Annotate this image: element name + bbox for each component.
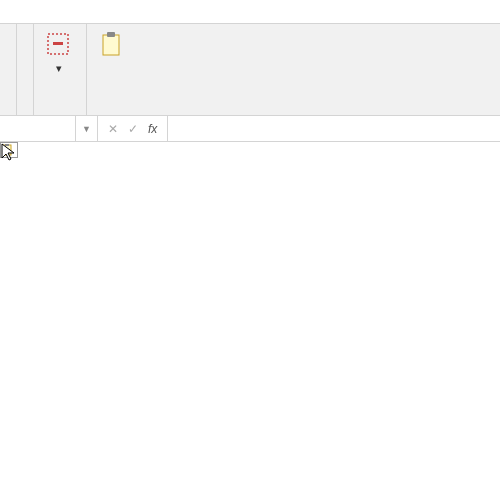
clipboard-icon bbox=[97, 30, 125, 58]
chevron-down-icon: ▾ bbox=[54, 62, 62, 75]
numeric-icon bbox=[44, 30, 72, 58]
ribbon-group-numeric: ▾ bbox=[34, 24, 87, 115]
group-title bbox=[40, 111, 80, 113]
menubar bbox=[0, 0, 500, 24]
formula-bar: ▼ ✕ ✓ fx bbox=[0, 116, 500, 142]
svg-rect-5 bbox=[5, 144, 9, 146]
group-title bbox=[6, 111, 10, 113]
confirm-icon[interactable]: ✓ bbox=[128, 122, 138, 136]
ribbon-group-text bbox=[0, 24, 17, 115]
numeric-button[interactable]: ▾ bbox=[40, 28, 76, 111]
svg-rect-2 bbox=[103, 35, 119, 55]
ribbon-group-advtext bbox=[17, 24, 34, 115]
ribbon: ▾ bbox=[0, 24, 500, 116]
name-box-dropdown[interactable]: ▼ bbox=[76, 116, 98, 141]
name-box[interactable] bbox=[0, 116, 76, 141]
svg-rect-1 bbox=[53, 42, 63, 45]
ribbon-group-clipboard bbox=[87, 24, 135, 115]
svg-rect-4 bbox=[3, 145, 11, 155]
paste-button[interactable] bbox=[93, 28, 129, 99]
svg-rect-3 bbox=[107, 32, 115, 37]
cancel-icon[interactable]: ✕ bbox=[108, 122, 118, 136]
fx-icon[interactable]: fx bbox=[148, 122, 157, 136]
paste-options-tag[interactable] bbox=[0, 142, 18, 158]
group-title bbox=[23, 111, 27, 113]
